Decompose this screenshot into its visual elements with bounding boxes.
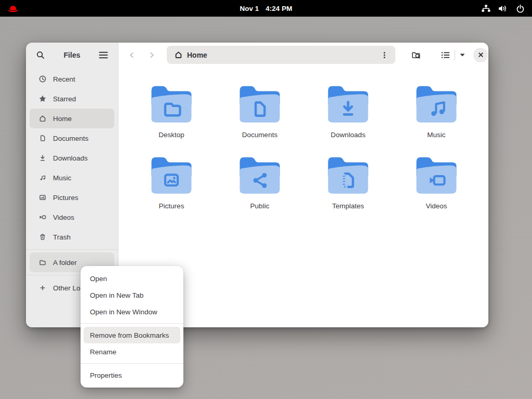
topbar-date: Nov 1	[240, 5, 259, 12]
home-icon	[174, 50, 183, 59]
location-menu-button[interactable]	[377, 47, 392, 63]
folder-item-label: Templates	[332, 202, 364, 210]
list-view-button[interactable]	[436, 47, 455, 63]
topbar-time: 4:24 PM	[265, 5, 292, 12]
sidebar-item-label: Videos	[53, 214, 74, 221]
list-view-icon	[441, 51, 450, 59]
sidebar-item-starred[interactable]: Starred	[30, 89, 114, 109]
folder-icon	[38, 258, 47, 267]
sidebar-list: Recent Starred Home Documents	[26, 69, 118, 298]
sidebar-item-videos[interactable]: Videos	[30, 207, 114, 227]
folder-icon	[414, 83, 459, 125]
folder-item-label: Desktop	[158, 131, 184, 139]
sidebar-item-downloads[interactable]: Downloads	[30, 148, 114, 168]
path-bar[interactable]: Home	[167, 46, 395, 64]
forward-button[interactable]	[144, 48, 159, 62]
sidebar-item-recent[interactable]: Recent	[30, 69, 114, 89]
main-menu-button[interactable]	[96, 47, 111, 63]
folder-icon	[237, 154, 283, 196]
chevron-down-icon	[460, 54, 465, 57]
menu-item-remove-from-bookmarks[interactable]: Remove from Bookmarks	[84, 327, 180, 343]
menu-item-open-in-new-tab[interactable]: Open in New Tab	[81, 287, 183, 303]
clock-button[interactable]: Nov 1 4:24 PM	[0, 0, 532, 17]
folder-icon	[414, 154, 459, 196]
sidebar-item-label: Recent	[53, 75, 75, 83]
sidebar-item-pictures[interactable]: Pictures	[30, 188, 114, 207]
search-location-button[interactable]	[406, 46, 425, 64]
header-bar: Home	[118, 43, 488, 67]
image-icon	[38, 193, 47, 202]
folder-item-label: Videos	[425, 202, 447, 210]
volume-icon[interactable]	[496, 2, 510, 15]
view-options-group	[436, 47, 470, 63]
folder-item-documents[interactable]: Documents	[216, 83, 304, 139]
search-icon	[36, 50, 45, 60]
sidebar-item-label: A folder	[53, 259, 77, 267]
menu-item-rename[interactable]: Rename	[81, 343, 183, 360]
context-menu: Open Open in New Tab Open in New Window …	[81, 266, 183, 388]
folder-item-pictures[interactable]: Pictures	[127, 154, 216, 210]
sidebar-item-label: Home	[53, 115, 72, 123]
menu-item-properties[interactable]: Properties	[81, 367, 183, 383]
menu-separator	[81, 323, 183, 324]
power-icon[interactable]	[513, 2, 527, 15]
folder-grid: Desktop Documents	[127, 83, 481, 210]
folder-icon	[325, 83, 371, 125]
network-wired-icon[interactable]	[479, 2, 493, 15]
document-icon	[38, 134, 47, 142]
download-icon	[38, 154, 47, 162]
menu-separator	[81, 363, 183, 364]
folder-item-desktop[interactable]: Desktop	[127, 83, 216, 139]
folder-item-label: Downloads	[331, 131, 366, 139]
menu-item-open-in-new-window[interactable]: Open in New Window	[81, 303, 183, 320]
sidebar-separator	[26, 249, 118, 250]
folder-icon	[237, 83, 283, 125]
sidebar-item-home[interactable]: Home	[30, 109, 114, 128]
folder-item-music[interactable]: Music	[392, 83, 481, 139]
close-window-button[interactable]	[473, 48, 488, 62]
chevron-right-icon	[148, 51, 156, 59]
hamburger-icon	[98, 51, 109, 59]
sidebar-item-label: Trash	[53, 233, 71, 241]
sidebar-item-trash[interactable]: Trash	[30, 227, 114, 247]
folder-item-public[interactable]: Public	[216, 154, 304, 210]
sidebar-header: Files	[26, 43, 118, 67]
folder-icon	[149, 83, 194, 125]
folder-item-label: Public	[250, 202, 270, 210]
sidebar-item-label: Documents	[53, 135, 88, 142]
folder-item-videos[interactable]: Videos	[392, 154, 481, 210]
app-title: Files	[64, 51, 81, 59]
folder-search-icon	[411, 50, 421, 60]
search-button[interactable]	[33, 47, 48, 63]
sidebar-item-label: Pictures	[53, 194, 78, 202]
menu-item-open[interactable]: Open	[81, 270, 183, 287]
sidebar-item-music[interactable]: Music	[30, 168, 114, 188]
plus-icon	[38, 284, 47, 292]
folder-item-label: Pictures	[159, 202, 184, 210]
trash-icon	[38, 233, 47, 241]
video-icon	[38, 213, 47, 221]
sidebar-item-documents[interactable]: Documents	[30, 128, 114, 148]
close-icon	[477, 51, 485, 59]
view-options-dropdown-button[interactable]	[455, 47, 470, 63]
home-icon	[38, 114, 47, 123]
folder-icon	[325, 154, 371, 196]
kebab-menu-icon	[380, 51, 389, 59]
sidebar-item-label: Downloads	[53, 154, 88, 162]
star-icon	[38, 95, 47, 103]
music-icon	[38, 174, 47, 182]
sidebar-item-label: Starred	[53, 95, 76, 103]
chevron-left-icon	[128, 51, 136, 59]
current-location-label: Home	[187, 51, 207, 59]
folder-item-label: Music	[427, 131, 445, 139]
folder-icon	[149, 154, 194, 196]
folder-item-downloads[interactable]: Downloads	[304, 83, 392, 139]
folder-item-templates[interactable]: Templates	[304, 154, 392, 210]
folder-item-label: Documents	[242, 131, 277, 139]
clock-icon	[38, 75, 47, 83]
system-status-area[interactable]	[479, 0, 527, 17]
sidebar-item-label: Music	[53, 174, 71, 182]
top-bar: Nov 1 4:24 PM	[0, 0, 532, 17]
back-button[interactable]	[125, 48, 139, 62]
